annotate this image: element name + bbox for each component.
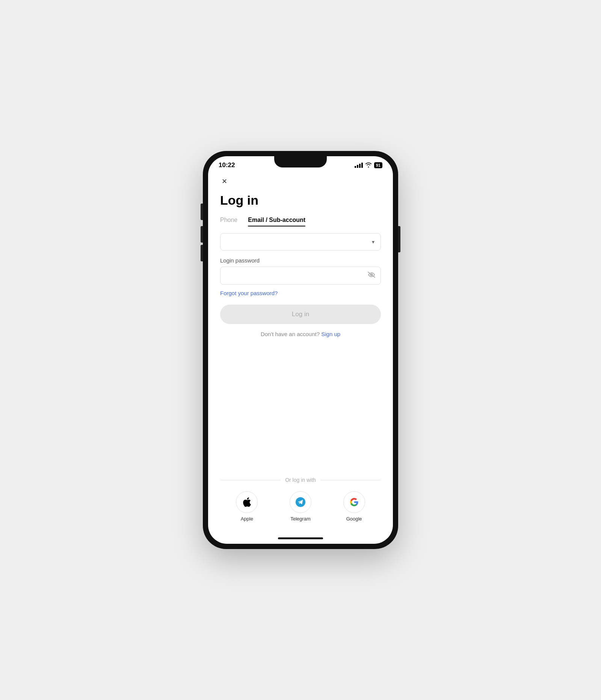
wifi-icon	[365, 162, 372, 169]
telegram-label: Telegram	[290, 516, 310, 522]
login-button[interactable]: Log in	[220, 305, 381, 324]
telegram-icon	[296, 497, 305, 507]
eye-icon[interactable]	[367, 272, 376, 280]
phone-frame: 10:22 91	[203, 151, 398, 549]
notch	[274, 156, 327, 167]
battery-icon: 91	[374, 162, 382, 168]
page-title: Log in	[220, 193, 381, 208]
or-text: Or log in with	[285, 477, 316, 483]
close-button[interactable]: ✕	[220, 176, 229, 187]
or-divider: Or log in with	[220, 477, 381, 483]
tab-phone[interactable]: Phone	[220, 217, 237, 226]
signup-text: Don't have an account?	[261, 331, 320, 337]
forgot-password-link[interactable]: Forgot your password?	[220, 290, 381, 296]
social-item-google[interactable]: Google	[343, 491, 365, 522]
status-bar: 10:22 91	[208, 156, 393, 171]
or-line-left	[220, 480, 281, 480]
chevron-down-icon: ▾	[372, 239, 374, 245]
google-icon-circle	[343, 491, 365, 513]
apple-icon	[242, 497, 252, 507]
status-time: 10:22	[219, 161, 235, 169]
email-dropdown[interactable]: ▾	[220, 233, 381, 250]
password-input[interactable]	[220, 267, 381, 285]
apple-label: Apple	[241, 516, 253, 522]
tab-email[interactable]: Email / Sub-account	[248, 217, 305, 226]
signup-row: Don't have an account? Sign up	[220, 331, 381, 337]
telegram-icon-circle	[290, 491, 311, 513]
login-tabs: Phone Email / Sub-account	[220, 217, 381, 226]
apple-icon-circle	[236, 491, 258, 513]
social-item-telegram[interactable]: Telegram	[290, 491, 311, 522]
or-line-right	[320, 480, 381, 480]
google-icon	[350, 498, 359, 507]
social-item-apple[interactable]: Apple	[236, 491, 258, 522]
signup-link[interactable]: Sign up	[321, 331, 340, 337]
signal-icon	[355, 163, 363, 168]
home-bar	[278, 537, 323, 539]
home-indicator	[208, 534, 393, 544]
password-label: Login password	[220, 257, 381, 264]
status-icons: 91	[355, 162, 382, 169]
app-content: ✕ Log in Phone Email / Sub-account ▾ Log…	[208, 171, 393, 534]
social-login-row: Apple Telegram	[220, 491, 381, 522]
password-field-wrapper	[220, 267, 381, 285]
google-label: Google	[346, 516, 362, 522]
